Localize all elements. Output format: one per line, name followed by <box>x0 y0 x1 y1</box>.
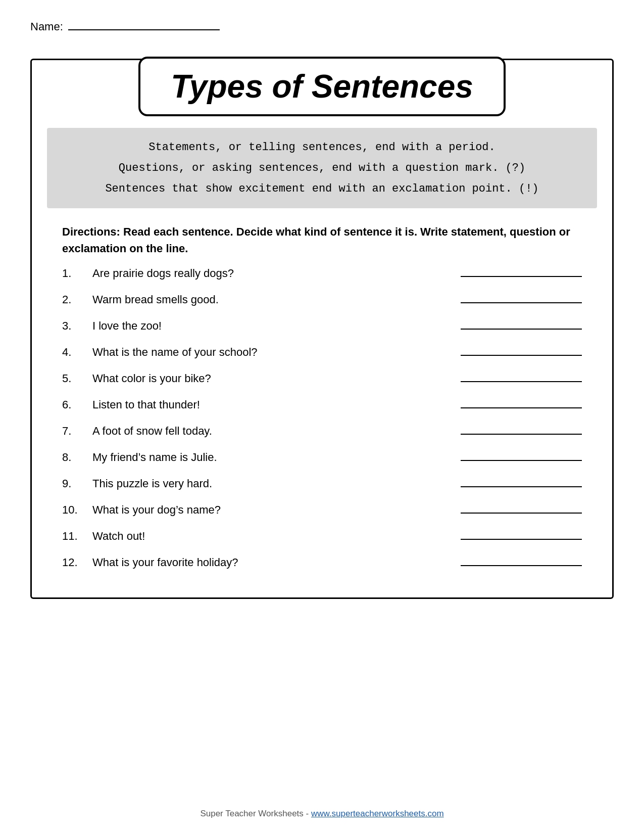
table-row: 10. What is your dog’s name? <box>62 503 582 517</box>
table-row: 9. This puzzle is very hard. <box>62 477 582 490</box>
answer-line[interactable] <box>461 301 582 303</box>
question-text: A foot of snow fell today. <box>92 425 445 438</box>
answer-line[interactable] <box>461 538 582 540</box>
question-text: What is your dog’s name? <box>92 503 445 517</box>
question-number: 8. <box>62 451 92 464</box>
question-number: 3. <box>62 319 92 333</box>
table-row: 7. A foot of snow fell today. <box>62 425 582 438</box>
answer-line[interactable] <box>461 564 582 566</box>
answer-line[interactable] <box>461 275 582 277</box>
name-label: Name: <box>30 20 63 33</box>
footer: Super Teacher Worksheets - www.superteac… <box>30 809 614 819</box>
table-row: 8. My friend’s name is Julie. <box>62 451 582 464</box>
question-number: 2. <box>62 293 92 306</box>
answer-line[interactable] <box>461 433 582 435</box>
info-box: Statements, or telling sentences, end wi… <box>47 128 597 208</box>
question-text: My friend’s name is Julie. <box>92 451 445 464</box>
table-row: 3. I love the zoo! <box>62 319 582 333</box>
table-row: 12. What is your favorite holiday? <box>62 556 582 569</box>
question-text: Watch out! <box>92 530 445 543</box>
question-number: 6. <box>62 398 92 411</box>
table-row: 6. Listen to that thunder! <box>62 398 582 411</box>
question-number: 7. <box>62 425 92 438</box>
answer-line[interactable] <box>461 406 582 408</box>
table-row: 4. What is the name of your school? <box>62 346 582 359</box>
name-row: Name: <box>30 20 614 33</box>
question-number: 12. <box>62 556 92 569</box>
title-wrapper: Types of Sentences <box>32 59 612 117</box>
question-text: Listen to that thunder! <box>92 398 445 411</box>
answer-line[interactable] <box>461 485 582 487</box>
question-number: 5. <box>62 372 92 385</box>
info-line-3: Sentences that show excitement end with … <box>62 178 582 199</box>
question-text: What is your favorite holiday? <box>92 556 445 569</box>
questions-section: 1. Are prairie dogs really dogs? 2. Warm… <box>62 267 582 569</box>
answer-line[interactable] <box>461 380 582 382</box>
answer-line[interactable] <box>461 459 582 461</box>
question-text: Are prairie dogs really dogs? <box>92 267 445 280</box>
question-number: 4. <box>62 346 92 359</box>
page-title: Types of Sentences <box>171 68 473 105</box>
question-number: 10. <box>62 503 92 517</box>
question-number: 11. <box>62 530 92 543</box>
page: Name: Types of Sentences Statements, or … <box>0 0 644 834</box>
question-text: Warm bread smells good. <box>92 293 445 306</box>
main-box: Types of Sentences Statements, or tellin… <box>30 59 614 599</box>
title-box: Types of Sentences <box>138 57 506 116</box>
question-text: This puzzle is very hard. <box>92 477 445 490</box>
info-line-1: Statements, or telling sentences, end wi… <box>62 137 582 158</box>
table-row: 2. Warm bread smells good. <box>62 293 582 306</box>
answer-line[interactable] <box>461 512 582 514</box>
table-row: 1. Are prairie dogs really dogs? <box>62 267 582 280</box>
answer-line[interactable] <box>461 354 582 356</box>
name-underline[interactable] <box>68 28 220 30</box>
directions-text: Directions: Read each sentence. Decide w… <box>62 223 582 257</box>
table-row: 11. Watch out! <box>62 530 582 543</box>
answer-line[interactable] <box>461 328 582 330</box>
table-row: 5. What color is your bike? <box>62 372 582 385</box>
footer-text: Super Teacher Worksheets - <box>200 809 311 818</box>
question-number: 1. <box>62 267 92 280</box>
question-text: What is the name of your school? <box>92 346 445 359</box>
info-line-2: Questions, or asking sentences, end with… <box>62 158 582 178</box>
footer-link[interactable]: www.superteacherworksheets.com <box>311 809 444 818</box>
question-text: I love the zoo! <box>92 319 445 333</box>
question-text: What color is your bike? <box>92 372 445 385</box>
question-number: 9. <box>62 477 92 490</box>
